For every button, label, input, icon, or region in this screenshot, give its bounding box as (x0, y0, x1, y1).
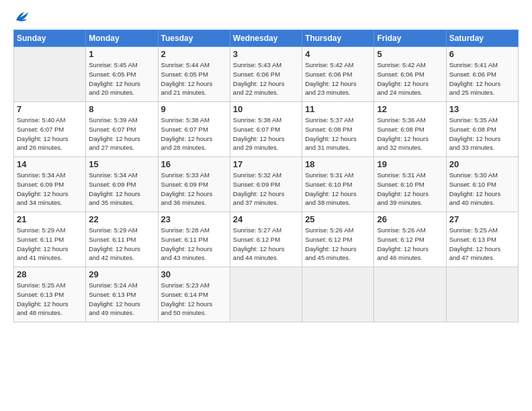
day-number: 30 (161, 269, 227, 279)
day-number: 23 (161, 214, 227, 224)
day-number: 17 (233, 159, 299, 169)
day-number: 11 (305, 104, 371, 114)
day-info: Sunrise: 5:31 AM Sunset: 6:10 PM Dayligh… (305, 171, 371, 208)
calendar-cell: 3Sunrise: 5:43 AM Sunset: 6:06 PM Daylig… (230, 47, 302, 102)
day-info: Sunrise: 5:33 AM Sunset: 6:09 PM Dayligh… (161, 171, 227, 208)
calendar-cell (374, 267, 446, 322)
calendar-cell: 25Sunrise: 5:26 AM Sunset: 6:12 PM Dayli… (302, 212, 374, 267)
day-info: Sunrise: 5:43 AM Sunset: 6:06 PM Dayligh… (233, 60, 299, 97)
header-cell-wednesday: Wednesday (230, 30, 302, 47)
calendar-cell (230, 267, 302, 322)
day-number: 2 (161, 49, 227, 59)
day-number: 28 (17, 269, 83, 279)
day-info: Sunrise: 5:36 AM Sunset: 6:08 PM Dayligh… (377, 116, 443, 152)
day-info: Sunrise: 5:44 AM Sunset: 6:05 PM Dayligh… (161, 60, 227, 97)
calendar-cell: 10Sunrise: 5:38 AM Sunset: 6:07 PM Dayli… (230, 102, 302, 157)
day-number: 3 (233, 49, 299, 59)
calendar-cell: 28Sunrise: 5:25 AM Sunset: 6:13 PM Dayli… (14, 267, 86, 322)
day-number: 7 (17, 104, 83, 114)
calendar-cell: 27Sunrise: 5:25 AM Sunset: 6:13 PM Dayli… (446, 212, 518, 267)
day-info: Sunrise: 5:23 AM Sunset: 6:14 PM Dayligh… (161, 281, 227, 318)
week-row-1: 7Sunrise: 5:40 AM Sunset: 6:07 PM Daylig… (14, 102, 519, 157)
calendar-cell: 18Sunrise: 5:31 AM Sunset: 6:10 PM Dayli… (302, 157, 374, 212)
day-number: 22 (89, 214, 154, 224)
week-row-0: 1Sunrise: 5:45 AM Sunset: 6:05 PM Daylig… (14, 47, 519, 102)
day-number: 19 (377, 159, 443, 169)
calendar-cell: 17Sunrise: 5:32 AM Sunset: 6:09 PM Dayli… (230, 157, 302, 212)
day-info: Sunrise: 5:42 AM Sunset: 6:06 PM Dayligh… (305, 60, 371, 97)
calendar-table: SundayMondayTuesdayWednesdayThursdayFrid… (13, 30, 519, 322)
day-number: 18 (305, 159, 371, 169)
calendar-header-row: SundayMondayTuesdayWednesdayThursdayFrid… (14, 30, 519, 47)
calendar-cell: 30Sunrise: 5:23 AM Sunset: 6:14 PM Dayli… (158, 267, 230, 322)
calendar-cell: 21Sunrise: 5:29 AM Sunset: 6:11 PM Dayli… (14, 212, 86, 267)
calendar-cell: 14Sunrise: 5:34 AM Sunset: 6:09 PM Dayli… (14, 157, 86, 212)
day-number: 4 (305, 49, 371, 59)
day-info: Sunrise: 5:28 AM Sunset: 6:11 PM Dayligh… (161, 226, 227, 263)
calendar-cell: 6Sunrise: 5:41 AM Sunset: 6:06 PM Daylig… (446, 47, 518, 102)
day-number: 14 (17, 159, 83, 169)
logo-bird-icon (15, 11, 30, 23)
day-info: Sunrise: 5:40 AM Sunset: 6:07 PM Dayligh… (17, 116, 83, 152)
calendar-cell: 13Sunrise: 5:35 AM Sunset: 6:08 PM Dayli… (446, 102, 518, 157)
day-number: 5 (377, 49, 443, 59)
day-info: Sunrise: 5:45 AM Sunset: 6:05 PM Dayligh… (89, 60, 154, 97)
calendar-cell (302, 267, 374, 322)
day-number: 26 (377, 214, 443, 224)
day-number: 13 (449, 104, 515, 114)
day-info: Sunrise: 5:31 AM Sunset: 6:10 PM Dayligh… (377, 171, 443, 208)
header (13, 11, 519, 23)
calendar-cell: 26Sunrise: 5:26 AM Sunset: 6:12 PM Dayli… (374, 212, 446, 267)
day-number: 24 (233, 214, 299, 224)
calendar-cell: 8Sunrise: 5:39 AM Sunset: 6:07 PM Daylig… (86, 102, 158, 157)
logo (13, 11, 30, 23)
header-cell-thursday: Thursday (302, 30, 374, 47)
calendar-cell: 7Sunrise: 5:40 AM Sunset: 6:07 PM Daylig… (14, 102, 86, 157)
day-number: 8 (89, 104, 154, 114)
header-cell-friday: Friday (374, 30, 446, 47)
day-info: Sunrise: 5:42 AM Sunset: 6:06 PM Dayligh… (377, 60, 443, 97)
day-info: Sunrise: 5:35 AM Sunset: 6:08 PM Dayligh… (449, 116, 515, 152)
day-number: 9 (161, 104, 227, 114)
page: SundayMondayTuesdayWednesdayThursdayFrid… (0, 0, 532, 411)
calendar-cell: 22Sunrise: 5:29 AM Sunset: 6:11 PM Dayli… (86, 212, 158, 267)
calendar-cell: 2Sunrise: 5:44 AM Sunset: 6:05 PM Daylig… (158, 47, 230, 102)
day-info: Sunrise: 5:25 AM Sunset: 6:13 PM Dayligh… (17, 281, 83, 318)
day-info: Sunrise: 5:27 AM Sunset: 6:12 PM Dayligh… (233, 226, 299, 263)
header-cell-saturday: Saturday (446, 30, 518, 47)
calendar-cell: 23Sunrise: 5:28 AM Sunset: 6:11 PM Dayli… (158, 212, 230, 267)
calendar-cell: 1Sunrise: 5:45 AM Sunset: 6:05 PM Daylig… (86, 47, 158, 102)
day-info: Sunrise: 5:25 AM Sunset: 6:13 PM Dayligh… (449, 226, 515, 263)
header-cell-monday: Monday (86, 30, 158, 47)
day-number: 12 (377, 104, 443, 114)
day-number: 6 (449, 49, 515, 59)
day-info: Sunrise: 5:38 AM Sunset: 6:07 PM Dayligh… (233, 116, 299, 152)
day-info: Sunrise: 5:30 AM Sunset: 6:10 PM Dayligh… (449, 171, 515, 208)
day-number: 25 (305, 214, 371, 224)
day-info: Sunrise: 5:29 AM Sunset: 6:11 PM Dayligh… (17, 226, 83, 263)
calendar-cell: 24Sunrise: 5:27 AM Sunset: 6:12 PM Dayli… (230, 212, 302, 267)
calendar-cell (446, 267, 518, 322)
calendar-cell: 20Sunrise: 5:30 AM Sunset: 6:10 PM Dayli… (446, 157, 518, 212)
calendar-cell: 16Sunrise: 5:33 AM Sunset: 6:09 PM Dayli… (158, 157, 230, 212)
day-number: 1 (89, 49, 154, 59)
week-row-3: 21Sunrise: 5:29 AM Sunset: 6:11 PM Dayli… (14, 212, 519, 267)
day-info: Sunrise: 5:26 AM Sunset: 6:12 PM Dayligh… (377, 226, 443, 263)
day-number: 15 (89, 159, 154, 169)
header-cell-tuesday: Tuesday (158, 30, 230, 47)
day-info: Sunrise: 5:32 AM Sunset: 6:09 PM Dayligh… (233, 171, 299, 208)
calendar-cell: 9Sunrise: 5:38 AM Sunset: 6:07 PM Daylig… (158, 102, 230, 157)
week-row-2: 14Sunrise: 5:34 AM Sunset: 6:09 PM Dayli… (14, 157, 519, 212)
day-number: 27 (449, 214, 515, 224)
day-info: Sunrise: 5:37 AM Sunset: 6:08 PM Dayligh… (305, 116, 371, 152)
calendar-cell: 4Sunrise: 5:42 AM Sunset: 6:06 PM Daylig… (302, 47, 374, 102)
day-info: Sunrise: 5:39 AM Sunset: 6:07 PM Dayligh… (89, 116, 154, 152)
calendar-cell (14, 47, 86, 102)
calendar-cell: 15Sunrise: 5:34 AM Sunset: 6:09 PM Dayli… (86, 157, 158, 212)
calendar-cell: 11Sunrise: 5:37 AM Sunset: 6:08 PM Dayli… (302, 102, 374, 157)
week-row-4: 28Sunrise: 5:25 AM Sunset: 6:13 PM Dayli… (14, 267, 519, 322)
day-info: Sunrise: 5:34 AM Sunset: 6:09 PM Dayligh… (17, 171, 83, 208)
day-number: 16 (161, 159, 227, 169)
day-info: Sunrise: 5:26 AM Sunset: 6:12 PM Dayligh… (305, 226, 371, 263)
calendar-cell: 12Sunrise: 5:36 AM Sunset: 6:08 PM Dayli… (374, 102, 446, 157)
